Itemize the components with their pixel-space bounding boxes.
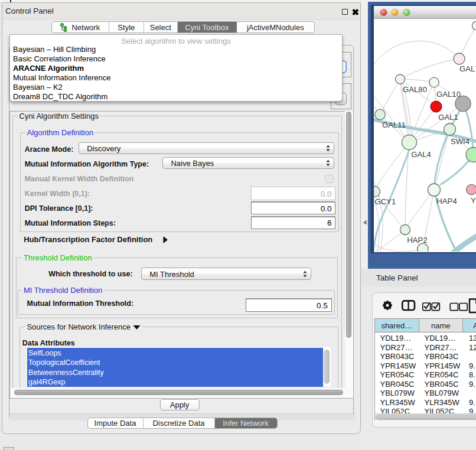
svg-text:GAL11: GAL11: [382, 120, 406, 129]
svg-text:GAL7: GAL7: [459, 64, 476, 73]
svg-text:GCY1: GCY1: [375, 197, 396, 206]
svg-text:GAL1: GAL1: [438, 113, 458, 122]
svg-text:SWI4: SWI4: [451, 137, 470, 146]
svg-text:GAL10: GAL10: [436, 90, 461, 99]
svg-text:YEL0: YEL0: [471, 196, 476, 205]
svg-text:GAL80: GAL80: [403, 85, 427, 94]
svg-text:HAP4: HAP4: [436, 197, 457, 206]
svg-text:GAL4: GAL4: [411, 150, 431, 159]
svg-text:HAP2: HAP2: [407, 236, 427, 244]
